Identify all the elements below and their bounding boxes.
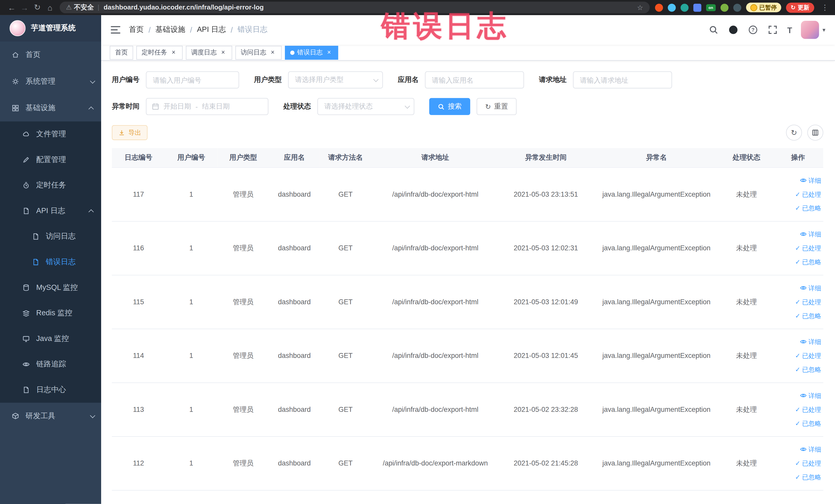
export-button[interactable]: 导出 <box>112 125 148 140</box>
detail-link[interactable]: 详细 <box>775 335 821 349</box>
mark-ignored-link[interactable]: ✓ 已忽略 <box>775 416 821 430</box>
address-bar[interactable]: ⚠ 不安全 | dashboard.yudao.iocoder.cn/infra… <box>60 2 649 13</box>
chevron-down-icon: ▾ <box>822 26 825 33</box>
sidebar-item-error-log[interactable]: 错误日志 <box>0 249 101 275</box>
breadcrumb-item-home[interactable]: 首页 <box>129 25 144 35</box>
ext-green-circle-icon[interactable] <box>680 3 688 11</box>
sidebar-item-access-log[interactable]: 访问日志 <box>0 224 101 249</box>
sidebar-item-log-center[interactable]: 日志中心 <box>0 377 101 403</box>
breadcrumb-item-api-log[interactable]: API 日志 <box>197 25 226 35</box>
paused-badge[interactable]: 已暂停 <box>746 3 781 12</box>
reset-button[interactable]: ↻ 重置 <box>477 98 516 115</box>
mark-processed-link[interactable]: ✓ 已处理 <box>775 187 821 201</box>
browser-refresh-icon[interactable]: ↻ <box>31 3 44 12</box>
request-url-input[interactable] <box>573 72 672 88</box>
logo-avatar <box>9 20 25 36</box>
sidebar-item-label: Java 监控 <box>36 334 94 344</box>
mark-processed-link[interactable]: ✓ 已处理 <box>775 402 821 416</box>
mark-ignored-link[interactable]: ✓ 已忽略 <box>775 470 821 484</box>
detail-link[interactable]: 详细 <box>775 227 821 241</box>
browser-home-icon[interactable]: ⌂ <box>44 3 57 12</box>
user-id-input[interactable] <box>146 72 239 88</box>
breadcrumb-item-infra[interactable]: 基础设施 <box>156 25 185 35</box>
mark-processed-link[interactable]: ✓ 已处理 <box>775 349 821 363</box>
ext-orange-circle-icon[interactable] <box>655 3 663 11</box>
sidebar-item-home[interactable]: 首页 <box>0 42 101 68</box>
tab-error-log[interactable]: 错误日志 × <box>285 45 338 59</box>
close-tab-icon[interactable]: × <box>269 49 277 56</box>
cell-user-id: 1 <box>189 244 193 252</box>
column-settings-button[interactable] <box>807 124 823 140</box>
extensions-row: on 已暂停 ↻ 更新 ⋮ <box>655 2 830 12</box>
check-icon: ✓ <box>795 470 800 484</box>
ext-paw-icon[interactable] <box>733 3 741 11</box>
security-label[interactable]: 不安全 <box>74 3 94 12</box>
sidebar-item-config-manage[interactable]: 配置管理 <box>0 147 101 173</box>
app-name-input[interactable] <box>425 72 524 88</box>
chevron-up-icon <box>88 106 94 112</box>
mark-processed-link[interactable]: ✓ 已处理 <box>775 241 821 255</box>
check-icon: ✓ <box>795 241 800 255</box>
sidebar-item-tracing[interactable]: 链路追踪 <box>0 351 101 377</box>
mark-processed-link[interactable]: ✓ 已处理 <box>775 456 821 470</box>
process-status-select[interactable]: 请选择处理状态 <box>317 98 414 115</box>
github-icon[interactable] <box>728 24 739 35</box>
sidebar-item-api-log[interactable]: API 日志 <box>0 198 101 224</box>
bookmark-star-icon[interactable]: ☆ <box>632 3 643 11</box>
col-header-actions: 操作 <box>773 148 823 167</box>
sidebar-toggle-icon[interactable] <box>111 26 120 34</box>
mark-ignored-link[interactable]: ✓ 已忽略 <box>775 363 821 377</box>
fullscreen-icon[interactable] <box>768 24 778 35</box>
chevron-down-icon <box>405 103 410 108</box>
tab-schedule-log[interactable]: 调度日志 × <box>186 45 232 59</box>
mark-processed-link[interactable]: ✓ 已处理 <box>775 295 821 309</box>
close-tab-icon[interactable]: × <box>325 49 333 56</box>
exception-time-range-picker[interactable]: 开始日期 - 结束日期 <box>146 98 268 115</box>
tab-scheduled-jobs[interactable]: 定时任务 × <box>136 45 183 59</box>
sidebar-item-file-manage[interactable]: 文件管理 <box>0 121 101 147</box>
mark-ignored-link[interactable]: ✓ 已忽略 <box>775 201 821 215</box>
ext-leaf-icon[interactable] <box>720 3 729 11</box>
cell-app-name: dashboard <box>278 244 311 252</box>
sidebar-item-infra[interactable]: 基础设施 <box>0 95 101 121</box>
sidebar-item-scheduled-jobs[interactable]: 定时任务 <box>0 173 101 198</box>
detail-link[interactable]: 详细 <box>775 173 821 187</box>
database-icon <box>22 284 30 291</box>
detail-link[interactable]: 详细 <box>775 388 821 402</box>
sidebar-logo[interactable]: 芋道管理系统 <box>0 15 101 42</box>
cell-exception-time: 2021-05-03 12:02:31 <box>514 244 578 252</box>
tab-home[interactable]: 首页 <box>109 45 133 59</box>
detail-link[interactable]: 详细 <box>775 281 821 295</box>
mark-ignored-link[interactable]: ✓ 已忽略 <box>775 309 821 322</box>
browser-menu-icon[interactable]: ⋮ <box>819 3 830 12</box>
chrome-update-button[interactable]: ↻ 更新 <box>786 2 814 12</box>
close-tab-icon[interactable]: × <box>170 49 177 56</box>
user-menu[interactable]: ▾ <box>801 21 825 39</box>
sidebar-item-mysql-monitor[interactable]: MySQL 监控 <box>0 275 101 301</box>
cell-status: 未处理 <box>736 190 757 198</box>
search-icon[interactable] <box>709 24 719 35</box>
search-button[interactable]: 搜索 <box>429 98 470 115</box>
browser-forward-icon[interactable]: → <box>18 3 31 12</box>
mark-ignored-link[interactable]: ✓ 已忽略 <box>775 255 821 269</box>
url-text[interactable]: dashboard.yudao.iocoder.cn/infra/log/api… <box>104 4 264 11</box>
font-size-icon[interactable]: T <box>787 25 792 35</box>
tab-access-log[interactable]: 访问日志 × <box>236 45 282 59</box>
browser-back-icon[interactable]: ← <box>5 3 18 12</box>
ext-blue-drop-icon[interactable] <box>668 3 676 11</box>
sidebar-item-redis-monitor[interactable]: Redis 监控 <box>0 300 101 326</box>
close-tab-icon[interactable]: × <box>220 49 227 56</box>
cell-request-url: /api/infra/db-doc/export-html <box>392 405 478 414</box>
ext-on-badge-icon[interactable]: on <box>706 4 715 11</box>
cell-method: GET <box>338 459 352 467</box>
refresh-table-button[interactable]: ↻ <box>786 124 802 140</box>
sidebar-item-dev-tools[interactable]: 研发工具 <box>0 403 101 429</box>
user-type-select[interactable]: 请选择用户类型 <box>288 72 383 88</box>
check-icon: ✓ <box>795 349 800 363</box>
sidebar-item-system[interactable]: 系统管理 <box>0 68 101 95</box>
help-icon[interactable]: ? <box>748 24 758 35</box>
detail-link[interactable]: 详细 <box>775 442 821 456</box>
ext-blue-grid-icon[interactable] <box>693 3 701 11</box>
cell-status: 未处理 <box>736 244 757 251</box>
sidebar-item-java-monitor[interactable]: Java 监控 <box>0 326 101 352</box>
